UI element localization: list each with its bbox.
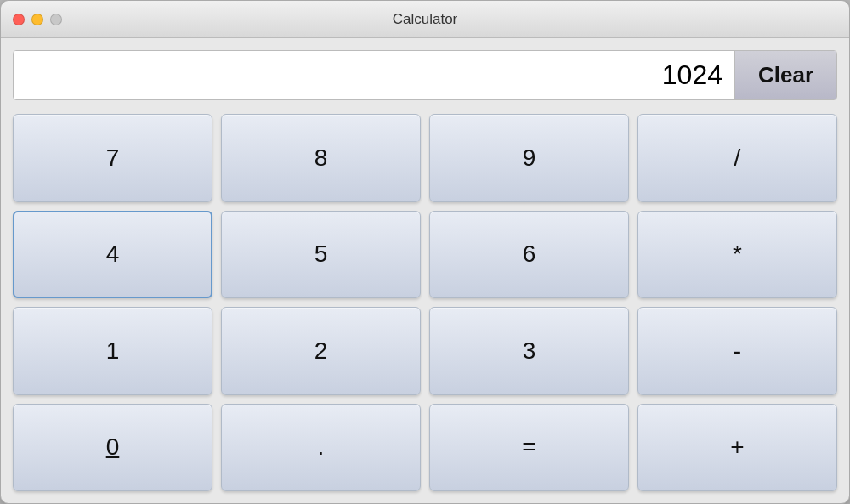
calc-btn-8[interactable]: 8 (221, 114, 421, 202)
calc-btn-divide[interactable]: / (638, 114, 837, 202)
minimize-button[interactable] (31, 14, 43, 25)
calculator-window: Calculator Clear 789/456*123-0.=+ (0, 0, 850, 504)
traffic-lights (13, 14, 62, 25)
close-button[interactable] (13, 14, 25, 25)
calc-btn-equals[interactable]: = (429, 404, 629, 492)
calc-btn-7[interactable]: 7 (13, 114, 212, 202)
calc-btn-5[interactable]: 5 (221, 211, 421, 299)
calc-btn-6[interactable]: 6 (429, 211, 629, 299)
calc-btn-0[interactable]: 0 (13, 404, 212, 492)
keypad: 789/456*123-0.=+ (1, 107, 849, 503)
calc-btn-4[interactable]: 4 (13, 211, 212, 299)
calc-btn-plus[interactable]: + (638, 404, 837, 492)
calc-btn-multiply[interactable]: * (638, 211, 837, 299)
calc-btn-3[interactable]: 3 (429, 307, 629, 395)
calc-btn-minus[interactable]: - (638, 307, 837, 395)
calc-btn-2[interactable]: 2 (221, 307, 421, 395)
clear-button[interactable]: Clear (734, 51, 836, 99)
window-title: Calculator (393, 11, 458, 28)
calc-btn-dot[interactable]: . (221, 404, 421, 492)
display-input[interactable] (14, 51, 734, 99)
calc-btn-1[interactable]: 1 (13, 307, 212, 395)
display-area: Clear (13, 50, 837, 100)
calc-btn-9[interactable]: 9 (429, 114, 629, 202)
title-bar: Calculator (1, 1, 849, 38)
zoom-button[interactable] (50, 14, 62, 25)
